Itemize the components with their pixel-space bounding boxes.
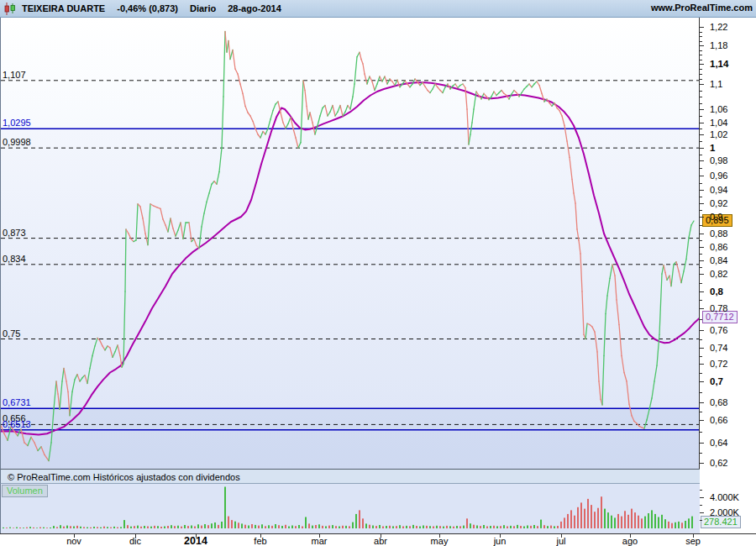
last-volume-badge: 278.421 [701,516,741,528]
x-axis-month-label: jul [556,536,565,546]
y-axis-minor-tick [700,267,702,268]
time-x-axis[interactable]: novdic2014febmarabrmayjunjulagosep [0,533,756,546]
level-label: 0,873 [3,228,26,238]
y-axis-minor-tick [700,79,702,80]
level-label: 0,6731 [3,397,31,407]
prorealtime-link[interactable]: www.ProRealTime.com [651,3,753,13]
y-axis-minor-tick [700,412,702,412]
y-axis-tick [700,247,704,248]
y-axis-tick [700,190,704,191]
x-axis-month-label: feb [254,536,266,546]
y-axis-minor-tick [700,155,702,155]
x-axis-month-label: ago [622,536,638,546]
x-axis-month-label: nov [66,536,81,546]
y-axis-minor-tick [700,197,702,197]
y-axis-tick [700,148,704,149]
y-axis-tick [700,217,704,218]
timeframe-label[interactable]: Diario [190,3,216,13]
y-axis-tick [700,274,704,275]
volume-panel[interactable] [0,483,700,534]
y-axis-tick [700,234,704,234]
y-axis-label: 0,68 [710,397,727,407]
y-axis-minor-tick [700,356,702,357]
y-axis-label: 0,92 [710,198,727,208]
y-axis-tick [700,160,704,161]
y-axis-minor-tick [700,55,702,55]
price-chart-area[interactable]: 1,1071,02950,99980,8730,8340,750,67310,6… [0,18,700,469]
copyright-bar: © ProRealTime.com Históricos ajustados c… [0,469,700,484]
y-axis-minor-tick [700,97,702,97]
x-axis-month-label: jun [494,536,507,546]
y-axis-minor-tick [700,32,702,33]
level-label: 0,75 [3,328,20,339]
y-axis-tick [700,291,704,292]
volume-axis-minor-tick [700,505,702,506]
date-label: 28-ago-2014 [228,3,281,13]
symbol-name: TEIXEIRA DUARTE [22,3,105,13]
y-axis-minor-tick [700,168,702,169]
y-axis-minor-tick [700,240,702,241]
y-axis-tick [700,260,704,261]
y-axis-label: 1,06 [710,104,727,114]
y-axis-label: 0,8 [710,286,723,297]
y-axis-minor-tick [700,210,702,211]
y-axis-label: 1,22 [710,22,727,32]
price-y-axis[interactable]: 0,895 0,7712 278.421 1,221,181,141,11,06… [699,18,756,533]
y-axis-label: 1,18 [710,40,727,50]
y-axis-tick [700,109,704,110]
x-axis-month-label: 2014 [184,535,207,546]
y-axis-tick [700,176,704,176]
y-axis-minor-tick [700,254,702,255]
y-axis-tick [700,330,704,331]
x-axis-month-label: mar [312,536,328,546]
y-axis-minor-tick [700,116,702,117]
volume-plot-svg[interactable] [1,484,700,533]
x-axis-month-label: dic [129,536,141,546]
level-label: 1,0295 [3,118,31,128]
y-axis-tick [700,420,704,421]
y-axis-label: 0,9 [710,212,722,222]
y-axis-minor-tick [700,129,702,129]
y-axis-minor-tick [700,300,702,301]
price-change: -0,46% (0,873) [117,3,178,13]
y-axis-label: 0,94 [710,185,727,195]
y-axis-minor-tick [700,36,702,37]
y-axis-minor-tick [700,319,702,320]
y-axis-minor-tick [700,74,702,75]
volume-axis-label: 4.000K [710,492,739,502]
y-axis-minor-tick [700,339,702,340]
y-axis-tick [700,123,704,123]
y-axis-tick [700,364,704,365]
volume-axis-minor-tick [700,520,702,521]
level-label: 0,9998 [3,137,31,147]
y-axis-label: 0,7 [710,376,723,386]
x-axis-month-label: may [431,536,449,546]
volume-axis-tick [700,497,704,498]
volume-axis-label: 2.000K [710,507,739,517]
y-axis-minor-tick [700,50,702,51]
y-axis-label: 0,86 [710,242,727,252]
y-axis-minor-tick [700,60,702,60]
y-axis-label: 0,74 [710,343,727,353]
price-plot-svg[interactable] [1,18,700,469]
y-axis-minor-tick [700,91,702,92]
y-axis-minor-tick [700,103,702,104]
x-axis-month-label: abr [374,536,387,546]
y-axis-tick [700,348,704,349]
y-axis-minor-tick [700,283,702,284]
y-axis-minor-tick [700,373,702,374]
y-axis-label: 1,02 [710,129,727,139]
tab-volumen[interactable]: Volumen [2,485,48,497]
level-label: 0,6513 [3,419,31,429]
level-label: 1,107 [3,70,26,80]
y-axis-minor-tick [700,141,702,142]
y-axis-label: 0,88 [710,228,727,239]
y-axis-minor-tick [700,453,702,454]
y-axis-label: 0,84 [710,255,727,265]
y-axis-label: 0,82 [710,269,727,279]
y-axis-label: 0,62 [710,458,727,468]
y-axis-label: 1,14 [710,59,728,69]
y-axis-label: 0,66 [710,415,727,425]
y-axis-tick [700,443,704,444]
y-axis-label: 0,96 [710,171,727,181]
